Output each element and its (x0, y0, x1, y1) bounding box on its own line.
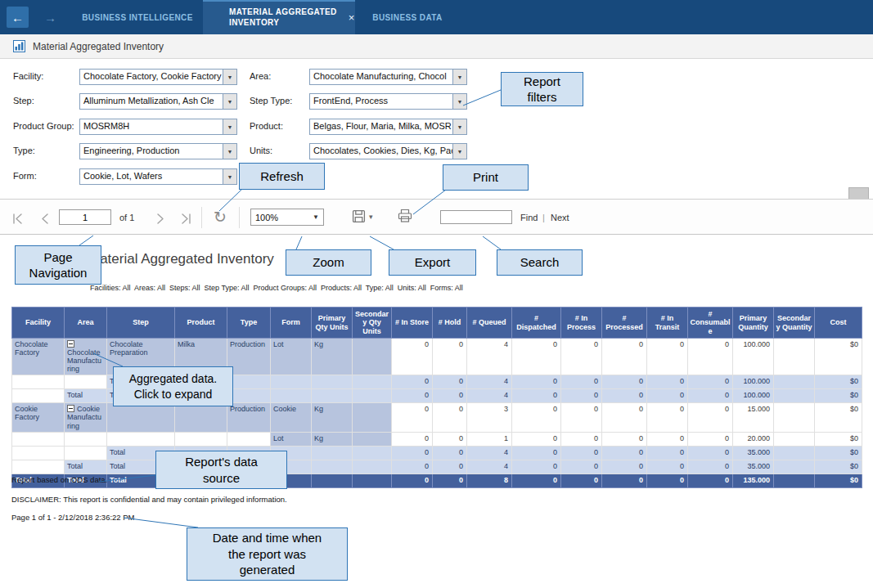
table-cell (12, 375, 65, 389)
forward-arrow-icon: → (44, 11, 56, 25)
step-type-select[interactable]: FrontEnd, Process ▼ (309, 93, 467, 110)
chevron-down-icon[interactable]: ▼ (223, 119, 236, 134)
chevron-down-icon[interactable]: ▼ (452, 119, 466, 134)
table-cell: 0 (561, 446, 602, 460)
refresh-button[interactable]: ↻ (209, 206, 231, 227)
table-cell: 0 (392, 403, 433, 432)
chevron-down-icon[interactable]: ▼ (223, 94, 236, 109)
column-header-in-transit: # In Transit (647, 307, 688, 339)
column-header-in-store: # In Store (392, 307, 433, 339)
next-page-button[interactable] (149, 210, 170, 227)
table-cell: 0 (688, 389, 733, 403)
back-button[interactable]: ← (7, 7, 29, 28)
find-link[interactable]: Find (520, 213, 538, 222)
table-cell: 0 (647, 432, 688, 446)
report-titlebar: Material Aggregated Inventory (0, 34, 873, 59)
first-page-button[interactable] (7, 210, 28, 227)
chevron-down-icon[interactable]: ▼ (452, 70, 466, 84)
tab-business-data[interactable]: BUSINESS DATA (358, 0, 457, 34)
form-select[interactable]: Cookie, Lot, Wafers ▼ (79, 168, 237, 185)
close-icon[interactable]: × (349, 11, 355, 24)
collapse-minus-icon[interactable] (67, 340, 74, 348)
chevron-down-icon[interactable]: ▼ (452, 94, 466, 109)
combo-value: Cookie, Lot, Wafers (80, 169, 223, 184)
print-button[interactable] (398, 209, 412, 227)
table-cell: 0 (561, 432, 602, 446)
tab-material-aggregated-inventory[interactable]: MATERIAL AGGREGATED INVENTORY × (203, 0, 355, 34)
table-cell: 0 (392, 446, 433, 460)
toolbar-separator (201, 207, 202, 228)
table-cell: 0 (602, 460, 647, 474)
table-cell: $0 (815, 403, 862, 432)
table-cell: 0 (561, 460, 602, 474)
page-number-input[interactable] (59, 209, 111, 225)
units-select[interactable]: Chocolates, Cookies, Dies, Kg, Pac ▼ (309, 143, 467, 159)
table-cell: 4 (467, 375, 512, 389)
column-header-type: Type (227, 307, 271, 339)
zoom-select[interactable]: 100% ▼ (250, 209, 324, 226)
table-cell: Cookie Factory (12, 403, 65, 432)
next-link[interactable]: Next (551, 213, 569, 222)
table-cell: 0 (561, 375, 602, 389)
table-cell: 0 (688, 446, 733, 460)
table-cell: Production (227, 339, 271, 375)
tab-business-intelligence[interactable]: BUSINESS INTELLIGENCE (72, 0, 203, 34)
filter-label-form: Form: (13, 168, 79, 181)
combo-value: Alluminum Metallization, Ash Cle (80, 94, 223, 109)
column-header-step: Step (107, 307, 175, 339)
combo-value: Belgas, Flour, Maria, Milka, MOSR (310, 119, 452, 134)
previous-page-button[interactable] (34, 210, 56, 227)
collapse-minus-icon[interactable] (67, 405, 74, 412)
type-select[interactable]: Engineering, Production ▼ (79, 143, 237, 159)
table-cell (353, 474, 392, 487)
table-cell: 0 (512, 339, 561, 375)
table-cell: 0 (602, 339, 647, 375)
report-viewport: Material Aggregated Inventory Facilities… (0, 235, 873, 588)
table-cell (774, 474, 815, 487)
table-cell: 0 (688, 339, 733, 375)
last-page-button[interactable] (175, 210, 196, 227)
facility-select[interactable]: Chocolate Factory, Cookie Factory ▼ (79, 69, 237, 85)
product-group-select[interactable]: MOSRM8H ▼ (79, 119, 237, 135)
product-select[interactable]: Belgas, Flour, Maria, Milka, MOSR ▼ (309, 119, 467, 135)
forward-button[interactable]: → (39, 7, 61, 28)
table-cell: 8 (467, 474, 512, 487)
previous-page-icon (39, 213, 52, 224)
export-button[interactable]: ▾ (352, 209, 373, 223)
table-cell (774, 460, 815, 474)
chevron-down-icon[interactable]: ▼ (223, 144, 236, 159)
table-cell: $0 (815, 432, 862, 446)
table-cell (353, 403, 392, 432)
table-cell (312, 474, 353, 487)
table-cell: $0 (815, 474, 862, 487)
table-cell (774, 446, 815, 460)
report-page-info: Page 1 of 1 - 2/12/2018 2:36:22 PM (11, 513, 135, 522)
table-cell (227, 432, 271, 446)
table-row: LotKg0010000020.000$0 (12, 432, 862, 446)
table-cell (312, 446, 353, 460)
table-cell: 20.000 (733, 432, 774, 446)
area-select[interactable]: Chocolate Manufacturing, Chocol ▼ (309, 69, 467, 85)
column-header-secondary-qty-units: Secondary Qty Units (353, 307, 392, 339)
filter-label-product-group: Product Group: (13, 119, 79, 131)
callout-data-source: Report's data source (155, 451, 287, 489)
search-input[interactable] (440, 210, 512, 224)
table-cell (271, 389, 312, 403)
callout-aggregated-data: Aggregated data. Click to expand (113, 366, 233, 406)
chevron-down-icon[interactable]: ▼ (223, 169, 236, 184)
chevron-down-icon[interactable]: ▼ (452, 144, 466, 159)
column-header-secondary-quantity: Secondary Quantity (774, 307, 815, 339)
filter-label-step-type: Step Type: (250, 93, 315, 105)
table-cell (175, 403, 227, 432)
step-select[interactable]: Alluminum Metallization, Ash Cle ▼ (79, 93, 237, 110)
table-cell: 0 (602, 432, 647, 446)
table-cell: 0 (433, 389, 467, 403)
column-header-form: Form (271, 307, 312, 339)
table-cell (12, 460, 65, 474)
column-header-queued: # Queued (467, 307, 512, 339)
report-title: Material Aggregated Inventory (88, 251, 274, 267)
chevron-down-icon[interactable]: ▼ (223, 70, 236, 84)
table-cell: 0 (688, 432, 733, 446)
table-cell: 0 (561, 339, 602, 375)
table-row: Total0040000035.000$0 (12, 446, 862, 460)
